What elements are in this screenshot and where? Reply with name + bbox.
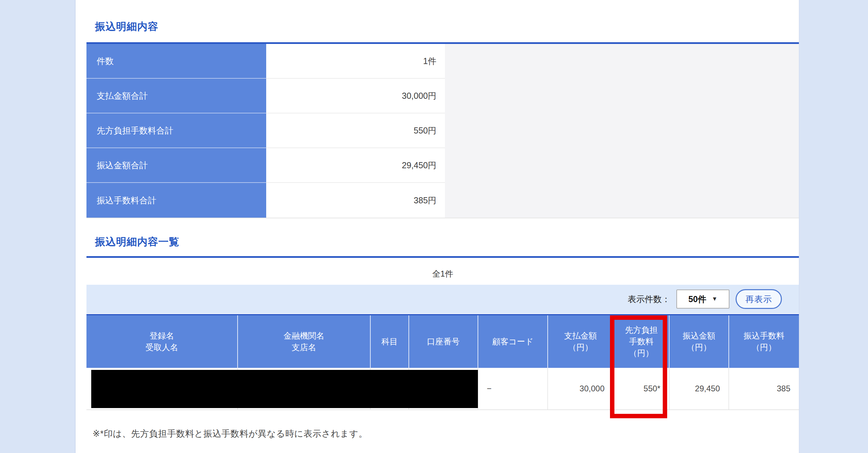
cell-payment-amount: 30,000 [548, 368, 614, 409]
cell-transfer-fee: 385 [729, 368, 799, 409]
total-count-text: 全1件 [86, 268, 799, 279]
redacted-area [91, 370, 478, 408]
section-divider [86, 256, 799, 258]
summary-filler [445, 79, 799, 113]
table-row: 振込金額合計 29,450円 [86, 148, 799, 183]
summary-row-label: 支払金額合計 [86, 79, 266, 113]
column-header: 登録名 受取人名 [86, 315, 238, 368]
chevron-down-icon: ▼ [712, 296, 718, 302]
table-row: 件数 1件 [86, 44, 799, 79]
summary-filler [445, 183, 799, 218]
summary-table: 件数 1件 支払金額合計 30,000円 先方負担手数料合計 550円 振込金額… [86, 42, 799, 218]
display-count-value: 50件 [688, 294, 706, 305]
summary-filler [445, 113, 799, 148]
summary-row-label: 先方負担手数料合計 [86, 113, 266, 148]
summary-section-title: 振込明細内容 [95, 20, 158, 34]
column-header: 金融機関名 支店名 [238, 315, 371, 368]
summary-row-value: 385円 [266, 183, 445, 218]
cell-customer-code: − [478, 368, 548, 409]
summary-row-value: 30,000円 [266, 79, 445, 113]
redisplay-button[interactable]: 再表示 [736, 289, 782, 309]
summary-row-value: 550円 [266, 113, 445, 148]
footnote-text: ※*印は、先方負担手数料と振込手数料が異なる時に表示されます。 [93, 428, 368, 440]
content-area: 振込明細内容 件数 1件 支払金額合計 30,000円 先方負担手数料合計 55… [75, 0, 799, 453]
list-table-header: 登録名 受取人名 金融機関名 支店名 科目 口座番号 顧客コード 支払金額 （円… [86, 314, 799, 368]
list-section-title: 振込明細内容一覧 [95, 235, 179, 249]
column-header: 口座番号 [409, 315, 478, 368]
highlight-box [610, 315, 667, 418]
summary-row-label: 件数 [86, 44, 266, 79]
table-row: 支払金額合計 30,000円 [86, 79, 799, 113]
cell-transfer-amount: 29,450 [670, 368, 729, 409]
summary-filler [445, 148, 799, 183]
summary-row-value: 1件 [266, 44, 445, 79]
summary-row-label: 振込金額合計 [86, 148, 266, 183]
summary-row-value: 29,450円 [266, 148, 445, 183]
list-toolbar: 表示件数： 50件 ▼ 再表示 [86, 285, 799, 313]
summary-filler [445, 44, 799, 79]
column-header: 振込金額 （円） [670, 315, 729, 368]
display-count-select[interactable]: 50件 ▼ [676, 290, 729, 309]
column-header: 振込手数料 （円） [729, 315, 799, 368]
column-header: 支払金額 （円） [548, 315, 614, 368]
column-header: 顧客コード [478, 315, 548, 368]
table-row: 先方負担手数料合計 550円 [86, 113, 799, 148]
display-count-label: 表示件数： [628, 294, 670, 305]
column-header: 科目 [371, 315, 409, 368]
summary-row-label: 振込手数料合計 [86, 183, 266, 218]
table-row: 振込手数料合計 385円 [86, 183, 799, 218]
